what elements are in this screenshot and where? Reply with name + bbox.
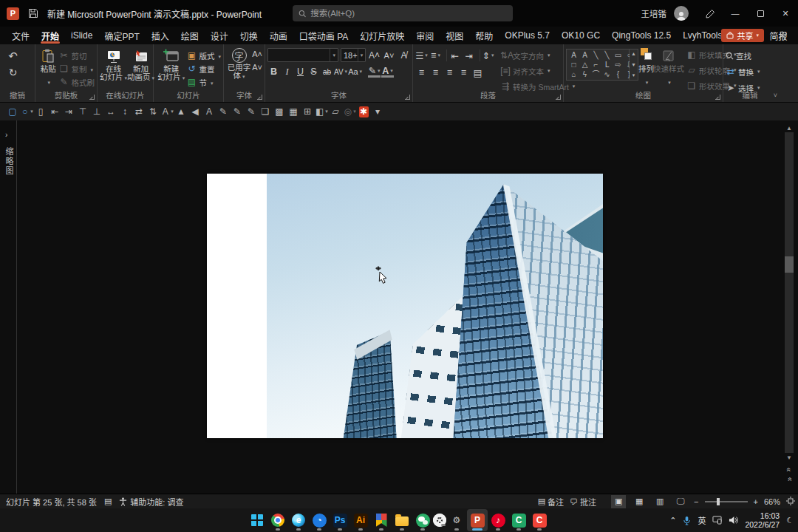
shrink-font-icon[interactable]: A˅ [252, 63, 262, 72]
quark-icon[interactable]: ◔ [309, 509, 330, 531]
paste-special-icon[interactable]: ▯ [34, 105, 47, 119]
photoshop-icon[interactable]: Ps [330, 509, 350, 531]
pen-black-icon[interactable]: ✎ [245, 105, 258, 119]
comments-button[interactable]: 🗩批注 [570, 496, 596, 508]
flip-horizontal-icon[interactable]: ◀ [188, 105, 202, 119]
bookmark-app-icon[interactable] [371, 509, 392, 531]
pen-red-icon[interactable]: ✎ [216, 105, 230, 119]
accessibility-checker[interactable]: 辅助功能: 调查 [119, 496, 183, 508]
zoom-slider[interactable] [705, 501, 748, 502]
tab-pocket-animation[interactable]: 口袋动画 PA [293, 27, 354, 44]
change-case-button[interactable]: Aa [348, 65, 362, 78]
section-button[interactable]: ▤节 [186, 75, 221, 89]
distribute-h-icon[interactable]: ⇄ [132, 105, 146, 119]
shape-option[interactable]: ∿ [601, 69, 613, 79]
replace-button[interactable]: ⇄替换 [726, 65, 760, 78]
drawing-dialog-launcher[interactable] [715, 95, 720, 100]
align-left-icon[interactable]: ⇤ [48, 105, 61, 119]
file-explorer-icon[interactable] [392, 509, 412, 531]
new-animation-page-button[interactable]: 新加动画页 [127, 47, 154, 82]
tab-slideshow[interactable]: 幻灯片放映 [354, 27, 410, 44]
illustrator-icon[interactable]: Ai [350, 509, 371, 531]
clear-formatting-icon[interactable]: A̸ [398, 49, 410, 62]
shape-option[interactable]: ⌂ [568, 69, 579, 79]
tab-okppt[interactable]: 确定PPT [98, 27, 145, 44]
send-to-back-icon[interactable]: ▦ [287, 105, 300, 119]
underline-button[interactable]: U [294, 65, 307, 78]
font-color-button[interactable]: A [381, 66, 394, 78]
send-backward-icon[interactable]: ▩ [273, 105, 286, 119]
find-button[interactable]: 查找 [726, 49, 760, 62]
tab-insert[interactable]: 插入 [146, 27, 175, 44]
search-input[interactable] [310, 9, 507, 18]
online-slides-button[interactable]: 在线幻灯片 [100, 47, 127, 82]
align-bottom-icon[interactable]: ⊥ [90, 105, 103, 119]
quick-styles-button[interactable]: 快速样式 [654, 47, 683, 87]
align-right-icon[interactable]: ⇥ [62, 105, 75, 119]
font-name-combo[interactable]: ▾ [267, 48, 338, 62]
shape-option[interactable]: ⌒ [590, 69, 601, 79]
shape-option[interactable]: ▭ [613, 50, 624, 60]
recorder-icon[interactable] [433, 514, 446, 527]
undo-icon[interactable]: ↶ [7, 50, 19, 63]
share-button[interactable]: 共享▾ [721, 29, 764, 42]
character-spacing-button[interactable]: AV [334, 65, 347, 78]
tab-review[interactable]: 审阅 [410, 27, 440, 44]
vertical-scrollbar[interactable]: ▲ ▼ « « [785, 123, 794, 482]
arrange-button[interactable]: 排列 [638, 47, 654, 87]
zoom-slider-thumb[interactable] [717, 498, 720, 505]
tab-view[interactable]: 视图 [440, 27, 469, 44]
shape-option[interactable]: ⇨ [613, 60, 624, 69]
next-slide-button[interactable]: « [785, 474, 794, 482]
format-painter-button[interactable]: ✎格式刷 [59, 75, 95, 89]
tab-ok10gc[interactable]: OK10 GC [556, 27, 606, 44]
netease-music-icon[interactable]: ♪ [488, 509, 508, 531]
shape-option[interactable]: △ [579, 60, 590, 69]
paragraph-dialog-launcher[interactable] [556, 95, 561, 100]
settings-gear-icon[interactable]: ⚙ [446, 509, 467, 531]
previous-slide-button[interactable]: « [785, 464, 794, 473]
building-photo[interactable] [267, 174, 603, 438]
display-settings-icon[interactable]: ▤ [104, 497, 112, 506]
highlight-color-button[interactable]: ✎ [368, 66, 381, 78]
increase-indent-button[interactable]: ⇥ [463, 49, 475, 62]
tab-transitions[interactable]: 切换 [234, 27, 264, 44]
close-button[interactable]: ✕ [773, 0, 798, 27]
reading-view-button[interactable]: ▥ [652, 495, 667, 508]
ok-plugin-icon[interactable]: ✱ [357, 105, 370, 119]
shapes-gallery[interactable]: AA╲╲▭○ □△⌐ᒪ⇨⇩ ⌂ϟ⌒∿{} [566, 49, 630, 81]
copy-button[interactable]: ❏复制 [59, 62, 95, 75]
zoom-in-button[interactable]: + [754, 497, 758, 506]
reset-button[interactable]: ↺重置 [186, 62, 221, 75]
slide-canvas[interactable] [207, 174, 603, 438]
used-fonts-button[interactable]: 字 已用字体 [226, 47, 252, 81]
hidden-icons-chevron[interactable]: ⌃ [669, 516, 676, 525]
tab-home[interactable]: 开始 [35, 27, 65, 44]
group-objects-icon[interactable]: ⊞ [301, 105, 314, 119]
increase-font-size-icon[interactable]: A˄ [368, 49, 381, 62]
font-dialog-launcher[interactable] [405, 95, 410, 100]
center-horizontal-icon[interactable]: ↔ [104, 105, 117, 119]
avatar[interactable] [674, 6, 689, 21]
justify-button[interactable]: ≡ [457, 66, 470, 79]
shape-option[interactable]: A [579, 50, 590, 60]
numbering-button[interactable]: ≡ [429, 49, 442, 62]
input-language-indicator[interactable]: 英 [698, 514, 706, 526]
new-slide-button[interactable]: 新建幻灯片 [156, 47, 186, 82]
pen-blue-icon[interactable]: ✎ [231, 105, 244, 119]
slideshow-button[interactable]: 🖵 [673, 495, 688, 508]
cast-screen-icon[interactable] [712, 516, 722, 525]
cut-button[interactable]: ✂剪切 [59, 49, 95, 62]
search-box[interactable] [293, 5, 513, 21]
thumbnail-panel-collapsed[interactable]: › 缩略图 [0, 120, 17, 494]
font-size-combo[interactable]: 18+▾ [341, 48, 366, 62]
edge-icon[interactable]: e [288, 509, 309, 531]
tab-qingtools[interactable]: QingTools 12.5 [606, 27, 677, 44]
gallery-up-icon[interactable]: ▲ [631, 51, 636, 56]
presence-person-icon[interactable] [778, 30, 788, 43]
chrome-icon[interactable] [267, 509, 288, 531]
fit-to-window-icon[interactable] [786, 497, 795, 507]
text-box-icon[interactable]: A▾ [160, 105, 174, 119]
save-icon[interactable] [28, 8, 38, 18]
decrease-indent-button[interactable]: ⇤ [449, 49, 461, 62]
